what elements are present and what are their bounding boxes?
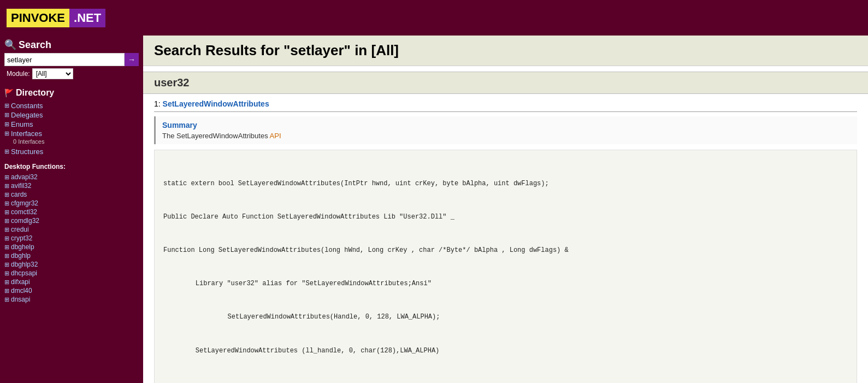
func-item-comctl32[interactable]: ⊞comctl32 [4,208,139,216]
plus-icon: ⊞ [4,296,9,303]
func-item-advapi32[interactable]: ⊞advapi32 [4,173,139,181]
func-item-avifil32[interactable]: ⊞avifil32 [4,181,139,190]
sidebar-item-enums[interactable]: ⊞ Enums [4,120,139,129]
directory-flag-icon: 🚩 [4,89,14,97]
plus-icon: ⊞ [4,261,9,268]
func-item-crypt32[interactable]: ⊞crypt32 [4,234,139,243]
code-line-3: Function Long SetLayeredWindowAttributes… [163,245,848,256]
plus-icon: ⊞ [4,235,9,242]
func-item-difxapi[interactable]: ⊞difxapi [4,278,139,286]
func-item-dbghelp[interactable]: ⊞dbghelp [4,243,139,251]
func-item-dbghlp[interactable]: ⊞dbghlp [4,251,139,260]
content-area: Search Results for "setlayer" in [All] u… [143,36,868,383]
sidebar-item-structures[interactable]: ⊞ Structures [4,147,139,156]
result-item: 1: SetLayeredWindowAttributes Summary Th… [143,94,868,383]
func-item-credui[interactable]: ⊞credui [4,225,139,234]
result-number-link: 1: SetLayeredWindowAttributes [154,99,857,112]
code-line-5: SetLayeredWindowAttributes(Handle, 0, 12… [163,311,848,322]
directory-section: 🚩 Directory ⊞ Constants ⊞ Delegates ⊞ En… [0,86,143,158]
plus-icon: ⊞ [4,191,9,198]
func-item-dbghlp32[interactable]: ⊞dbghlp32 [4,260,139,269]
plus-icon: ⊞ [4,270,9,277]
plus-icon: ⊞ [4,102,9,109]
page-title: Search Results for "setlayer" in [All] [154,42,857,59]
module-label: Module: [7,70,30,78]
plus-icon: ⊞ [4,279,9,286]
search-title: 🔍 Search [4,39,139,51]
search-icon: 🔍 [4,39,16,51]
sidebar-item-interfaces[interactable]: ⊞ Interfaces [4,129,139,138]
code-line-2: Public Declare Auto Function SetLayeredW… [163,211,848,222]
module-row: Module: [All] user32 kernel32 advapi32 g… [4,68,139,79]
func-item-dhcpsapi[interactable]: ⊞dhcpsapi [4,269,139,278]
summary-text: The SetLayeredWindowAttributes API [162,132,851,140]
result-number: 1: [154,99,161,108]
content-header: Search Results for "setlayer" in [All] [143,36,868,66]
plus-icon: ⊞ [4,209,9,216]
plus-icon: ⊞ [4,121,9,128]
func-item-comdlg32[interactable]: ⊞comdlg32 [4,216,139,225]
directory-title: 🚩 Directory [4,88,139,98]
desktop-functions-section: Desktop Functions: ⊞advapi32 ⊞avifil32 ⊞… [0,163,143,304]
code-line-4: Library "user32" alias for "SetLayeredWi… [163,278,848,289]
plus-icon: ⊞ [4,182,9,190]
search-input[interactable] [4,53,125,66]
logo-pinvoke: PINVOKE [7,9,69,27]
plus-icon: ⊞ [4,148,9,155]
sidebar: 🔍 Search → Module: [All] user32 kernel32… [0,36,143,383]
module-select[interactable]: [All] user32 kernel32 advapi32 gdi32 [32,68,73,79]
interfaces-count: 0 Interfaces [4,138,139,145]
search-section: 🔍 Search → Module: [All] user32 kernel32… [0,36,143,83]
func-item-cfgmgr32[interactable]: ⊞cfgmgr32 [4,199,139,208]
result-section: user32 1: SetLayeredWindowAttributes Sum… [143,72,868,383]
plus-icon: ⊞ [4,217,9,225]
search-row: → [4,53,139,66]
header: PINVOKE .NET [0,0,868,36]
summary-api-link[interactable]: API [270,132,281,140]
desktop-functions-title: Desktop Functions: [4,163,139,170]
sidebar-item-constants[interactable]: ⊞ Constants [4,101,139,110]
plus-icon: ⊞ [4,174,9,181]
plus-icon: ⊞ [4,130,9,137]
logo-net: .NET [69,9,105,27]
module-header: user32 [143,72,868,94]
module-name: user32 [154,76,190,89]
sidebar-item-delegates[interactable]: ⊞ Delegates [4,110,139,120]
func-item-dnsapi[interactable]: ⊞dnsapi [4,295,139,304]
func-item-cards[interactable]: ⊞cards [4,190,139,199]
plus-icon: ⊞ [4,287,9,294]
main-layout: 🔍 Search → Module: [All] user32 kernel32… [0,36,868,383]
logo: PINVOKE .NET [7,9,105,27]
summary-box: Summary The SetLayeredWindowAttributes A… [154,116,857,144]
result-function-link[interactable]: SetLayeredWindowAttributes [163,99,269,108]
plus-icon: ⊞ [4,226,9,233]
summary-title: Summary [162,121,851,129]
plus-icon: ⊞ [4,244,9,251]
code-line-1: static extern bool SetLayeredWindowAttri… [163,178,848,189]
code-line-6: SetLayeredWindowAttributes (ll_handle, 0… [163,345,848,356]
code-block: static extern bool SetLayeredWindowAttri… [154,150,857,383]
func-item-dmcl40[interactable]: ⊞dmcl40 [4,286,139,295]
plus-icon: ⊞ [4,200,9,207]
plus-icon: ⊞ [4,111,9,119]
plus-icon: ⊞ [4,252,9,260]
search-button[interactable]: → [125,53,139,66]
